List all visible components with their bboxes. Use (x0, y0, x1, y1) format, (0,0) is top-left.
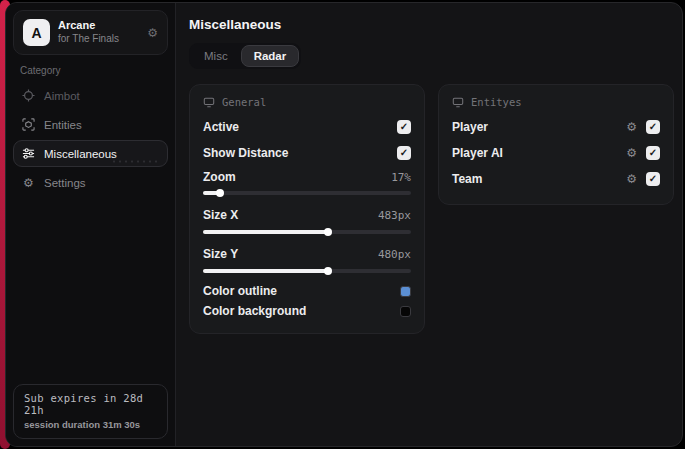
entity-label: Player (452, 120, 488, 134)
sub-expires-text: Sub expires in 28d 21h (24, 392, 157, 416)
session-duration-text: session duration 31m 30s (24, 419, 157, 430)
profile-card[interactable]: A Arcane for The Finals ⚙ (13, 10, 168, 55)
setting-row-color-outline: Color outline (203, 281, 411, 301)
panels-row: General Active ✓ Show Distance ✓ Zoom 17… (189, 84, 674, 334)
zoom-slider[interactable] (203, 191, 411, 195)
entity-row-player-ai: Player AI ⚙ ✓ (452, 140, 660, 166)
page-title: Miscellaneous (189, 17, 674, 32)
tab-misc[interactable]: Misc (191, 45, 241, 67)
sidebar-item-miscellaneous[interactable]: Miscellaneous (13, 140, 168, 167)
dots-decoration (111, 160, 157, 163)
monitor-icon (203, 96, 215, 108)
entity-row-player: Player ⚙ ✓ (452, 114, 660, 140)
slider-thumb[interactable] (324, 267, 332, 275)
slider-fill (203, 230, 328, 234)
setting-label: Color background (203, 304, 306, 318)
slider-thumb[interactable] (324, 228, 332, 236)
gear-icon[interactable]: ⚙ (626, 121, 637, 133)
app-logo: A (23, 19, 50, 46)
setting-row-show-distance: Show Distance ✓ (203, 140, 411, 166)
sidebar-item-entities[interactable]: Entities (13, 111, 168, 138)
sidebar-item-label: Entities (44, 119, 82, 131)
sidebar-item-label: Settings (44, 177, 86, 189)
size-y-slider[interactable] (203, 269, 411, 273)
app-window: A Arcane for The Finals ⚙ Category (0, 0, 685, 449)
setting-row-size-y: Size Y 480px (203, 242, 411, 266)
sliders-icon (22, 147, 35, 160)
general-panel: General Active ✓ Show Distance ✓ Zoom 17… (189, 84, 425, 334)
slider-thumb[interactable] (216, 189, 224, 197)
sidebar-item-label: Aimbot (44, 90, 80, 102)
crosshair-icon (22, 89, 35, 102)
checkbox-team[interactable]: ✓ (646, 172, 660, 186)
setting-label: Color outline (203, 284, 277, 298)
entity-controls: ⚙ ✓ (626, 172, 660, 186)
slider-fill (203, 269, 328, 273)
category-label: Category (20, 65, 175, 76)
setting-label: Size X (203, 208, 238, 222)
subscription-status-card: Sub expires in 28d 21h session duration … (13, 384, 168, 439)
app-name: Arcane (58, 19, 139, 33)
setting-row-color-background: Color background (203, 301, 411, 321)
color-swatch-background[interactable] (400, 306, 411, 317)
checkbox-active[interactable]: ✓ (397, 120, 411, 134)
app-subtitle: for The Finals (58, 33, 139, 46)
gear-icon: ⚙ (22, 176, 35, 189)
gear-icon[interactable]: ⚙ (147, 27, 158, 39)
checkbox-player-ai[interactable]: ✓ (646, 146, 660, 160)
checkbox-player[interactable]: ✓ (646, 120, 660, 134)
entity-label: Team (452, 172, 482, 186)
entities-panel-header: Entityes (452, 96, 660, 108)
setting-label: Show Distance (203, 146, 288, 160)
gear-icon[interactable]: ⚙ (626, 147, 637, 159)
tab-radar[interactable]: Radar (241, 45, 300, 67)
entity-controls: ⚙ ✓ (626, 146, 660, 160)
main-content: Miscellaneous Misc Radar General (176, 3, 683, 446)
general-panel-header: General (203, 96, 411, 108)
color-swatch-outline[interactable] (400, 286, 411, 297)
size-x-value: 483px (378, 209, 411, 222)
gear-icon[interactable]: ⚙ (626, 173, 637, 185)
cheat-menu-window: A Arcane for The Finals ⚙ Category (5, 2, 683, 447)
sidebar-item-label: Miscellaneous (44, 148, 117, 160)
setting-row-active: Active ✓ (203, 114, 411, 140)
size-x-slider[interactable] (203, 230, 411, 234)
sidebar-nav: Aimbot Entities (6, 80, 175, 196)
entity-row-team: Team ⚙ ✓ (452, 166, 660, 192)
cube-scan-icon (22, 118, 35, 131)
setting-label: Size Y (203, 247, 238, 261)
entities-panel: Entityes Player ⚙ ✓ Player AI ⚙ ✓ (438, 84, 674, 205)
panel-title: General (222, 96, 266, 108)
setting-row-size-x: Size X 483px (203, 203, 411, 227)
setting-label: Zoom (203, 170, 236, 184)
entity-controls: ⚙ ✓ (626, 120, 660, 134)
sidebar-item-settings[interactable]: ⚙ Settings (13, 169, 168, 196)
sidebar-item-aimbot[interactable]: Aimbot (13, 82, 168, 109)
entity-label: Player AI (452, 146, 503, 160)
setting-label: Active (203, 120, 239, 134)
size-y-value: 480px (378, 248, 411, 261)
tab-bar: Misc Radar (189, 43, 301, 69)
monitor-icon (452, 96, 464, 108)
profile-text: Arcane for The Finals (58, 19, 139, 45)
setting-row-zoom: Zoom 17% (203, 166, 411, 188)
checkbox-show-distance[interactable]: ✓ (397, 146, 411, 160)
sidebar: A Arcane for The Finals ⚙ Category (6, 3, 176, 446)
panel-title: Entityes (471, 96, 522, 108)
zoom-value: 17% (391, 171, 411, 184)
